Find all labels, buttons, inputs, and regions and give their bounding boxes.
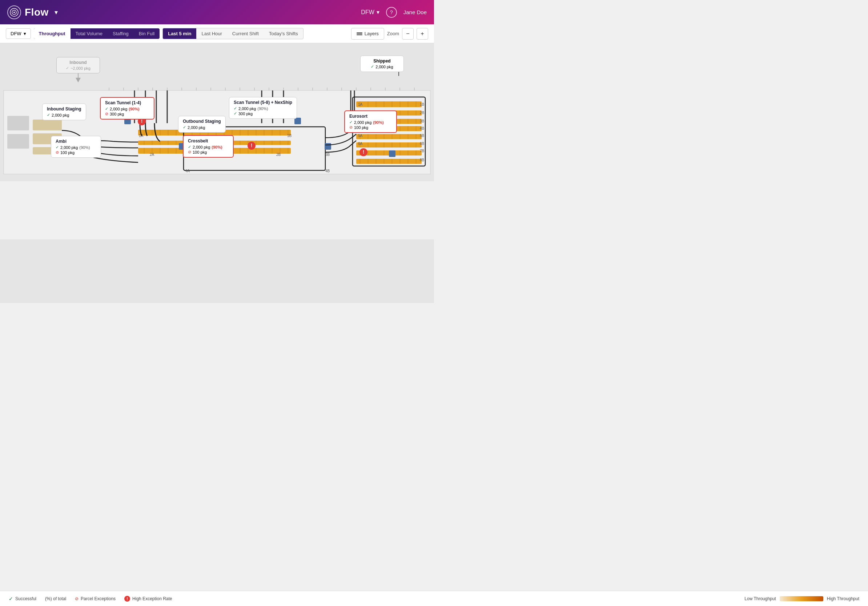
- zoom-label: Zoom: [387, 31, 399, 36]
- page: Flow ▾ DFW ▾ ? Jane Doe DFW ▾ Throughput…: [0, 0, 434, 303]
- crossbelt-val2: 100 pkg: [193, 150, 207, 155]
- scan-tunnel-1-box: Scan Tunnel (1-4) ✓ 2,000 pkg (90%) ⊘ 30…: [100, 97, 155, 119]
- zoom-minus-icon: −: [406, 31, 409, 37]
- svg-text:6B: 6B: [420, 142, 425, 146]
- crossbelt-box: Crossbelt ✓ 2,000 pkg (90%) ⊘ 100 pkg: [183, 135, 234, 158]
- scan-t1-val2: 300 pkg: [110, 112, 124, 116]
- outbound-staging-box: Outbound Staging ✓ 2,000 pkg: [178, 116, 226, 133]
- svg-text:!: !: [363, 149, 364, 155]
- shipped-value: 2,000 pkg: [375, 65, 393, 69]
- shipped-value-row: ✓ 2,000 pkg: [366, 64, 398, 69]
- header-facility-selector[interactable]: DFW ▾: [361, 9, 379, 15]
- tab-current-shift[interactable]: Current Shift: [227, 28, 264, 39]
- svg-rect-3: [356, 34, 363, 35]
- crossbelt-title: Crossbelt: [188, 138, 229, 144]
- svg-text:4B: 4B: [420, 127, 425, 130]
- outbound-staging-val: 2,000 pkg: [188, 125, 205, 130]
- layers-label: Layers: [364, 31, 379, 36]
- tab-staffing[interactable]: Staffing: [108, 28, 134, 39]
- inbound-staging-box: Inbound Staging ✓ 2,000 pkg: [42, 104, 86, 120]
- logo-icon: [7, 5, 21, 19]
- zoom-minus-button[interactable]: −: [402, 28, 414, 40]
- toolbar-right: Layers Zoom − +: [351, 28, 428, 40]
- ambi-pct: (90%): [79, 145, 90, 150]
- title-dropdown-icon[interactable]: ▾: [54, 8, 58, 16]
- svg-rect-4: [356, 33, 363, 34]
- svg-text:!: !: [251, 142, 253, 148]
- help-button[interactable]: ?: [386, 7, 397, 18]
- layers-button[interactable]: Layers: [351, 28, 384, 40]
- zoom-plus-icon: +: [420, 31, 424, 37]
- inbound-value: ~2,000 pkg: [71, 66, 90, 71]
- help-icon: ?: [390, 9, 393, 15]
- header-facility-dropdown: ▾: [377, 9, 380, 15]
- view-tab-group: Throughput Total Volume Staffing Bin Ful…: [34, 28, 160, 39]
- scan-tunnel-1-title: Scan Tunnel (1-4): [105, 100, 149, 105]
- svg-text:6A: 6A: [358, 142, 363, 146]
- inbound-staging-check: ✓: [47, 113, 50, 117]
- layers-icon: [356, 31, 363, 37]
- svg-text:1B: 1B: [287, 134, 292, 138]
- scan-t1-pct: (90%): [129, 107, 139, 111]
- svg-text:1A: 1A: [358, 102, 363, 107]
- scan-tunnel-2-box: Scan Tunnel (5-8) + NexShip ✓ 2,000 pkg …: [229, 97, 297, 119]
- svg-text:3B: 3B: [420, 119, 425, 123]
- ambi-title: Ambi: [56, 139, 96, 144]
- svg-rect-39: [356, 101, 422, 107]
- floor-container[interactable]: 1A 1B 2A 2B 3A 3B 4A 4B 1A 1B 2A 2B 3A 3…: [0, 43, 434, 178]
- shipped-box: Shipped ✓ 2,000 pkg: [360, 56, 404, 72]
- svg-text:4A: 4A: [185, 169, 190, 173]
- svg-rect-43: [356, 134, 422, 139]
- inbound-value-row: ✓ ~2,000 pkg: [61, 66, 95, 71]
- header: Flow ▾ DFW ▾ ? Jane Doe: [0, 0, 434, 24]
- svg-rect-31: [7, 134, 29, 148]
- svg-point-2: [14, 12, 15, 13]
- ambi-val2: 100 pkg: [60, 150, 74, 155]
- svg-rect-44: [356, 142, 422, 147]
- tab-last-hour[interactable]: Last Hour: [196, 28, 227, 39]
- svg-rect-32: [33, 119, 62, 130]
- svg-text:4B: 4B: [326, 169, 330, 173]
- eurosort-box: Eurosort ✓ 2,000 pkg (90%) ⊘ 100 pkg: [344, 110, 397, 133]
- shipped-title: Shipped: [366, 59, 398, 63]
- svg-rect-30: [7, 116, 29, 130]
- eurosort-pct: (90%): [373, 120, 383, 125]
- crossbelt-val1: 2,000 pkg: [193, 145, 210, 149]
- svg-rect-83: [325, 143, 331, 150]
- shipped-check: ✓: [371, 64, 374, 69]
- scan-t1-warn: ⊘: [105, 111, 108, 116]
- tab-throughput[interactable]: Throughput: [34, 28, 71, 39]
- svg-text:2A: 2A: [150, 153, 155, 156]
- tab-bin-full[interactable]: Bin Full: [134, 28, 160, 39]
- svg-rect-5: [356, 32, 363, 33]
- ambi-val1: 2,000 pkg: [60, 145, 78, 150]
- scan-t2-val2: 300 pkg: [239, 111, 253, 116]
- scan-t1-check: ✓: [105, 107, 108, 111]
- tab-last5min[interactable]: Last 5 min: [163, 28, 196, 39]
- eurosort-val1: 2,000 pkg: [354, 120, 372, 125]
- svg-rect-46: [356, 159, 422, 164]
- empty-area: [0, 178, 434, 240]
- time-tab-group: Last 5 min Last Hour Current Shift Today…: [163, 28, 303, 39]
- scan-t2-pct: (90%): [257, 107, 268, 111]
- tab-total-volume[interactable]: Total Volume: [71, 28, 108, 39]
- outbound-staging-title: Outbound Staging: [183, 119, 221, 124]
- inbound-staging-value: 2,000 pkg: [52, 113, 69, 117]
- crossbelt-pct: (90%): [212, 145, 222, 149]
- facility-label: DFW: [11, 31, 22, 36]
- facility-button[interactable]: DFW ▾: [6, 28, 31, 39]
- tab-todays-shifts[interactable]: Today's Shifts: [264, 28, 303, 39]
- header-right: DFW ▾ ? Jane Doe: [361, 7, 427, 18]
- scan-t1-val1: 2,000 pkg: [110, 107, 127, 111]
- ambi-box: Ambi ✓ 2,000 pkg (90%) ⊘ 100 pkg: [51, 136, 101, 158]
- inbound-staging-value-row: ✓ 2,000 pkg: [47, 113, 81, 117]
- app-title: Flow: [25, 6, 49, 18]
- logo-area: Flow ▾: [7, 5, 58, 19]
- svg-text:2B: 2B: [276, 153, 281, 156]
- svg-rect-84: [389, 150, 395, 157]
- svg-text:5B: 5B: [420, 134, 425, 138]
- toolbar: DFW ▾ Throughput Total Volume Staffing B…: [0, 24, 434, 43]
- zoom-plus-button[interactable]: +: [417, 28, 428, 40]
- svg-text:2B: 2B: [420, 111, 425, 115]
- inbound-title: Inbound: [61, 60, 95, 65]
